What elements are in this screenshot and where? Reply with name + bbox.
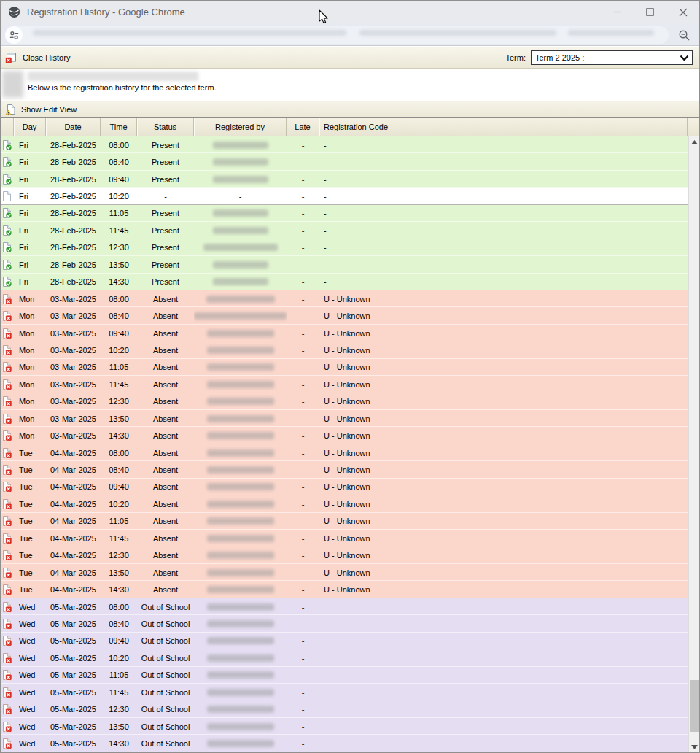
table-row[interactable]: Mon03-Mar-202512:30Absent-U - Unknown — [1, 393, 688, 410]
table-row[interactable]: Tue04-Mar-202510:20Absent-U - Unknown — [1, 495, 688, 512]
cell-day: Fri — [14, 239, 46, 256]
table-row[interactable]: Fri28-Feb-202511:45Present-- — [1, 222, 688, 239]
scroll-down-button[interactable] — [689, 741, 700, 752]
header-registration-code[interactable]: Registration Code — [319, 118, 688, 136]
show-edit-view-label[interactable]: Show Edit View — [21, 105, 77, 114]
table-row[interactable]: Wed05-Mar-202511:05Out of School- — [1, 667, 688, 684]
site-settings-button[interactable] — [5, 26, 23, 44]
address-bar-strip — [1, 23, 699, 46]
cell-time: 09:40 — [101, 479, 137, 495]
table-row[interactable]: Wed05-Mar-202508:00Out of School- — [1, 598, 688, 615]
cell-date: 05-Mar-2025 — [46, 718, 101, 735]
close-history-icon[interactable] — [5, 52, 17, 63]
table-row[interactable]: Wed05-Mar-202512:30Out of School- — [1, 700, 688, 717]
table-row[interactable]: Fri28-Feb-202514:30Present-- — [1, 274, 688, 290]
cell-registration-code: U - Unknown — [319, 410, 688, 427]
present-doc-icon — [1, 222, 14, 239]
table-row[interactable]: Wed05-Mar-202511:45Out of School- — [1, 684, 688, 700]
cell-day: Fri — [14, 274, 46, 290]
cell-status: Absent — [137, 376, 194, 393]
cell-date: 04-Mar-2025 — [46, 530, 101, 547]
close-button[interactable] — [666, 1, 699, 23]
table-row[interactable]: Wed05-Mar-202513:50Out of School- — [1, 718, 688, 735]
table-row[interactable]: Fri28-Feb-202513:50Present-- — [1, 256, 688, 273]
cell-day: Tue — [14, 444, 46, 461]
cell-late: - — [287, 735, 319, 752]
header-late[interactable]: Late — [287, 118, 319, 136]
term-dropdown[interactable]: Term 2 2025 : — [531, 50, 693, 65]
cell-registration-code: U - Unknown — [319, 530, 688, 547]
table-row[interactable]: Wed05-Mar-202509:40Out of School- — [1, 633, 688, 649]
table-row[interactable]: Mon03-Mar-202513:50Absent-U - Unknown — [1, 410, 688, 427]
table-row[interactable]: Mon03-Mar-202509:40Absent-U - Unknown — [1, 325, 688, 341]
show-edit-view-icon[interactable] — [5, 104, 16, 115]
cell-registered-by-redacted — [194, 341, 287, 358]
cell-time: 11:45 — [101, 530, 137, 547]
cell-status: Absent — [137, 290, 194, 307]
table-row[interactable]: Fri28-Feb-202511:05Present-- — [1, 205, 688, 222]
table-row[interactable]: Mon03-Mar-202510:20Absent-U - Unknown — [1, 341, 688, 358]
absent-doc-icon — [1, 307, 14, 324]
cell-date: 04-Mar-2025 — [46, 461, 101, 478]
table-row[interactable]: Fri28-Feb-202510:20---- — [1, 188, 688, 204]
scrollbar-thumb[interactable] — [690, 680, 699, 732]
cell-day: Wed — [14, 735, 46, 752]
cell-registered-by-redacted — [194, 171, 287, 188]
cell-registered-by-redacted — [194, 530, 287, 547]
table-row[interactable]: Tue04-Mar-202511:45Absent-U - Unknown — [1, 530, 688, 547]
table-row[interactable]: Tue04-Mar-202513:50Absent-U - Unknown — [1, 564, 688, 581]
table-row[interactable]: Wed05-Mar-202508:40Out of School- — [1, 615, 688, 632]
minimize-icon — [613, 8, 621, 16]
url-text-redacted — [359, 30, 556, 36]
zoom-out-button[interactable] — [674, 26, 693, 44]
header-day[interactable]: Day — [14, 118, 46, 136]
cell-day: Fri — [14, 188, 46, 204]
cell-registration-code: U - Unknown — [319, 581, 688, 598]
cell-registration-code: U - Unknown — [319, 513, 688, 530]
absent-doc-icon — [1, 359, 14, 376]
minimize-button[interactable] — [601, 1, 634, 23]
scroll-up-button[interactable] — [689, 136, 700, 147]
table-row[interactable]: Tue04-Mar-202514:30Absent-U - Unknown — [1, 581, 688, 598]
cell-registered-by-redacted — [194, 136, 287, 153]
maximize-button[interactable] — [634, 1, 666, 23]
cell-time: 09:40 — [101, 633, 137, 649]
table-row[interactable]: Fri28-Feb-202508:00Present-- — [1, 136, 688, 153]
table-row[interactable]: Mon03-Mar-202511:45Absent-U - Unknown — [1, 376, 688, 393]
table-row[interactable]: Mon03-Mar-202508:00Absent-U - Unknown — [1, 290, 688, 307]
cell-date: 03-Mar-2025 — [46, 341, 101, 358]
absent-doc-icon — [1, 718, 14, 735]
table-row[interactable]: Tue04-Mar-202511:05Absent-U - Unknown — [1, 513, 688, 530]
table-row[interactable]: Tue04-Mar-202508:00Absent-U - Unknown — [1, 444, 688, 461]
cell-time: 14:30 — [101, 274, 137, 290]
table-row[interactable]: Fri28-Feb-202508:40Present-- — [1, 153, 688, 170]
cell-late: - — [287, 290, 319, 307]
cell-day: Mon — [14, 376, 46, 393]
table-row[interactable]: Wed05-Mar-202510:20Out of School- — [1, 649, 688, 666]
header-time[interactable]: Time — [101, 118, 137, 136]
table-row[interactable]: Fri28-Feb-202509:40Present-- — [1, 171, 688, 188]
cell-time: 13:50 — [101, 718, 137, 735]
cell-time: 08:40 — [101, 461, 137, 478]
table-row[interactable]: Tue04-Mar-202508:40Absent-U - Unknown — [1, 461, 688, 478]
table-row[interactable]: Mon03-Mar-202514:30Absent-U - Unknown — [1, 427, 688, 444]
cell-date: 28-Feb-2025 — [46, 188, 101, 204]
cell-day: Wed — [14, 718, 46, 735]
vertical-scrollbar[interactable] — [688, 136, 699, 752]
table-row[interactable]: Tue04-Mar-202509:40Absent-U - Unknown — [1, 479, 688, 495]
table-row[interactable]: Tue04-Mar-202512:30Absent-U - Unknown — [1, 547, 688, 564]
table-row[interactable]: Fri28-Feb-202512:30Present-- — [1, 239, 688, 256]
absent-doc-icon — [1, 735, 14, 752]
header-registered-by[interactable]: Registered by — [194, 118, 287, 136]
table-row[interactable]: Mon03-Mar-202508:40Absent-U - Unknown — [1, 307, 688, 324]
close-history-label[interactable]: Close History — [23, 53, 70, 62]
table-row[interactable]: Wed05-Mar-202514:30Out of School- — [1, 735, 688, 752]
table-row[interactable]: Mon03-Mar-202511:05Absent-U - Unknown — [1, 359, 688, 376]
cell-registration-code: U - Unknown — [319, 564, 688, 581]
registered-by-blur — [213, 278, 268, 285]
header-date[interactable]: Date — [46, 118, 101, 136]
cell-day: Mon — [14, 427, 46, 444]
cell-day: Mon — [14, 341, 46, 358]
cell-status: Absent — [137, 530, 194, 547]
header-status[interactable]: Status — [137, 118, 194, 136]
